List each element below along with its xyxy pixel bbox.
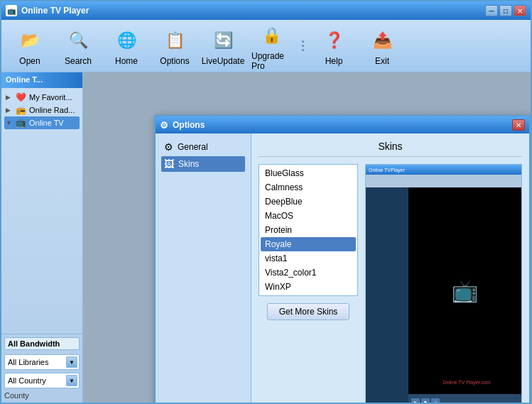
skin-item-vista1[interactable]: vista1 bbox=[261, 251, 356, 266]
options-button[interactable]: 📋 Options bbox=[152, 23, 197, 69]
preview-app-title: Online TVPlayer bbox=[369, 168, 405, 173]
preview-play-btn: ▶ bbox=[411, 398, 420, 403]
preview-toolbar bbox=[366, 175, 521, 187]
exit-icon: 📤 bbox=[368, 26, 396, 55]
open-label: Open bbox=[19, 56, 40, 66]
tree-toggle-radio: ▶ bbox=[6, 107, 13, 114]
tree-toggle: ▶ bbox=[6, 94, 13, 101]
libraries-filter[interactable]: All Libraries bbox=[4, 354, 80, 370]
preview-logo: Online TV Player.com bbox=[412, 380, 521, 385]
skin-item-calmness[interactable]: Calmness bbox=[261, 180, 356, 195]
dialog-close-button[interactable]: ✕ bbox=[512, 119, 525, 131]
app-title: Online TV Player bbox=[21, 6, 89, 16]
liveupdate-label: LiveUpdate bbox=[202, 56, 245, 66]
help-label: Help bbox=[325, 56, 343, 66]
sep-dot-2 bbox=[302, 45, 304, 47]
bandwidth-label: All Bandwidth bbox=[4, 337, 80, 350]
skins-icon: 🖼 bbox=[164, 158, 174, 170]
tree-toggle-tv: ▼ bbox=[6, 119, 13, 126]
sidebar-bottom: All Bandwidth All Libraries ▼ All Countr… bbox=[1, 334, 82, 403]
preview-stop-btn: ■ bbox=[421, 398, 430, 403]
skins-list[interactable]: BlueGlass Calmness DeepBlue MacOS Protei… bbox=[259, 164, 358, 296]
liveupdate-button[interactable]: 🔄 LiveUpdate bbox=[200, 23, 246, 69]
favorites-icon: ❤️ bbox=[16, 92, 26, 102]
sidebar-item-favorites[interactable]: ▶ ❤️ My Favorit... bbox=[4, 91, 80, 104]
county-text: County bbox=[4, 391, 80, 400]
modal-overlay: ⚙ Options ✕ ⚙ General bbox=[83, 72, 531, 403]
sep-dot-3 bbox=[302, 49, 304, 51]
toolbar-separator bbox=[297, 40, 308, 51]
sidebar-item-tv[interactable]: ▼ 📺 Online TV bbox=[4, 116, 80, 129]
close-button[interactable]: ✕ bbox=[514, 5, 526, 16]
main-content: Online T... ▶ ❤️ My Favorit... ▶ 📻 Onlin… bbox=[1, 72, 531, 403]
country-filter-wrapper: All Country ▼ bbox=[4, 373, 80, 388]
help-button[interactable]: ❓ Help bbox=[311, 23, 357, 69]
radio-label: Online Rad... bbox=[29, 106, 75, 114]
tv-label: Online TV bbox=[29, 119, 64, 127]
home-icon: 🌐 bbox=[112, 26, 141, 55]
radio-icon: 📻 bbox=[16, 105, 26, 115]
home-label: Home bbox=[115, 56, 138, 66]
favorites-label: My Favorit... bbox=[29, 93, 72, 102]
help-icon: ❓ bbox=[320, 26, 348, 55]
get-more-skins-button[interactable]: Get More Skins bbox=[267, 303, 350, 320]
exit-button[interactable]: 📤 Exit bbox=[359, 23, 405, 69]
upgradepro-label: Upgrade Pro bbox=[251, 51, 291, 71]
title-bar-controls: ─ □ ✕ bbox=[485, 5, 526, 16]
preview-controls: ▶ ■ ♪ bbox=[411, 398, 440, 403]
get-more-skins-wrapper: Get More Skins bbox=[259, 303, 358, 320]
skin-item-vista2color1[interactable]: Vista2_color1 bbox=[261, 266, 356, 280]
skins-label: Skins bbox=[178, 159, 199, 169]
title-bar: 📺 Online TV Player ─ □ ✕ bbox=[1, 1, 531, 20]
search-label: Search bbox=[65, 56, 92, 66]
sidebar-header: Online T... bbox=[1, 72, 82, 88]
skin-item-winxp[interactable]: WinXP bbox=[261, 280, 356, 294]
skin-preview: Online TVPlayer 📺 Online TV Player.com bbox=[365, 164, 522, 403]
dialog-title-icon: ⚙ bbox=[160, 120, 168, 131]
home-button[interactable]: 🌐 Home bbox=[104, 23, 149, 69]
libraries-filter-wrapper: All Libraries ▼ bbox=[4, 354, 80, 370]
preview-sidebar bbox=[366, 187, 408, 403]
preview-vol-btn: ♪ bbox=[431, 398, 440, 403]
app-window: 📺 Online TV Player ─ □ ✕ 📂 Open 🔍 Search… bbox=[0, 0, 532, 404]
country-filter[interactable]: All Country bbox=[4, 373, 80, 388]
sidebar-item-radio[interactable]: ▶ 📻 Online Rad... bbox=[4, 104, 80, 116]
liveupdate-icon: 🔄 bbox=[209, 26, 237, 55]
open-icon: 📂 bbox=[16, 26, 44, 55]
skin-item-royale[interactable]: Royale bbox=[261, 237, 356, 251]
options-dialog: ⚙ Options ✕ ⚙ General bbox=[154, 115, 531, 403]
section-title: Skins bbox=[259, 141, 522, 157]
search-button[interactable]: 🔍 Search bbox=[55, 23, 101, 69]
skin-item-deepblue[interactable]: DeepBlue bbox=[261, 195, 356, 209]
dialog-title-label: Options bbox=[173, 120, 205, 130]
toolbar: 📂 Open 🔍 Search 🌐 Home 📋 Options 🔄 LiveU… bbox=[1, 20, 531, 72]
dialog-item-general[interactable]: ⚙ General bbox=[161, 139, 245, 155]
content-area: ⚙ Options ✕ ⚙ General bbox=[83, 72, 531, 403]
skin-item-blueglass[interactable]: BlueGlass bbox=[261, 166, 356, 180]
exit-label: Exit bbox=[375, 56, 389, 66]
preview-bottom-bar: ▶ ■ ♪ bbox=[408, 394, 521, 403]
upgradepro-button[interactable]: 🔒 Upgrade Pro bbox=[249, 18, 294, 74]
preview-title-bar: Online TVPlayer bbox=[366, 165, 521, 175]
sidebar-tree: ▶ ❤️ My Favorit... ▶ 📻 Online Rad... ▼ 📺… bbox=[1, 88, 82, 334]
preview-tv-icon: 📺 bbox=[452, 278, 478, 303]
preview-main: 📺 bbox=[408, 187, 521, 394]
options-label: Options bbox=[160, 56, 189, 66]
general-icon: ⚙ bbox=[164, 141, 173, 153]
maximize-button[interactable]: □ bbox=[499, 5, 512, 16]
app-icon: 📺 bbox=[6, 5, 17, 16]
options-icon: 📋 bbox=[161, 26, 189, 55]
general-label: General bbox=[178, 142, 208, 152]
sep-dot-1 bbox=[302, 40, 304, 43]
open-button[interactable]: 📂 Open bbox=[7, 23, 53, 69]
dialog-title-text: ⚙ Options bbox=[160, 120, 205, 131]
tv-icon: 📺 bbox=[16, 118, 26, 128]
upgradepro-icon: 🔒 bbox=[257, 21, 286, 50]
minimize-button[interactable]: ─ bbox=[485, 5, 498, 16]
dialog-item-skins[interactable]: 🖼 Skins bbox=[161, 156, 245, 172]
dialog-right-panel: Skins BlueGlass Calmness DeepBlue MacOS bbox=[251, 133, 529, 403]
dialog-content-row: BlueGlass Calmness DeepBlue MacOS Protei… bbox=[259, 164, 522, 403]
skin-item-protein[interactable]: Protein bbox=[261, 223, 356, 237]
sidebar: Online T... ▶ ❤️ My Favorit... ▶ 📻 Onlin… bbox=[1, 72, 83, 403]
skin-item-macos[interactable]: MacOS bbox=[261, 209, 356, 223]
